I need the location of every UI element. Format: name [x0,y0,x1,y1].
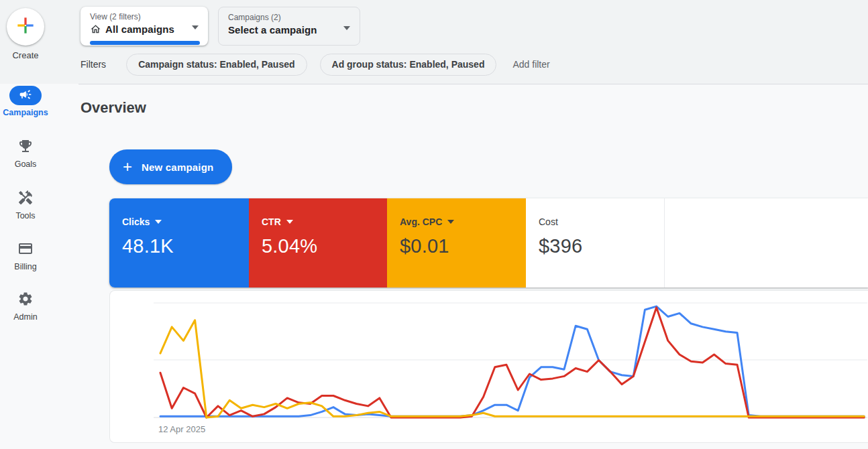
sidebar-item-goals[interactable]: Goals [0,138,51,169]
scorecard-label: Clicks [122,216,150,227]
tools-icon [17,190,34,208]
overview-chart-card: 12 Apr 2025 [109,290,868,443]
scorecard-value: $396 [539,235,664,257]
series-line-clicks [160,306,864,416]
scorecard-ctr[interactable]: CTR 5.04% [249,198,387,287]
scorecard-value: 5.04% [262,235,387,257]
view-selector-eyebrow: View (2 filters) [90,12,200,21]
scorecard-label: CTR [262,216,281,227]
home-icon [90,23,101,35]
scorecard-cost[interactable]: Cost $396 [526,198,664,287]
google-plus-icon [16,16,35,38]
active-pill [9,86,42,105]
filter-chip-campaign-status[interactable]: Campaign status: Enabled, Paused [126,54,307,76]
campaign-selector-dropdown[interactable]: Campaigns (2) Select a campaign [218,7,360,46]
sidebar-item-admin[interactable]: Admin [0,291,51,322]
series-line-ctr [160,308,864,418]
sidebar-item-label: Tools [0,211,51,220]
left-nav-rail: Create Campaigns Goals [0,0,51,449]
sidebar-item-label: Billing [0,262,51,271]
scorecard-clicks[interactable]: Clicks 48.1K [109,198,249,287]
megaphone-icon [19,88,32,104]
scorecard-value: $0.01 [400,235,526,257]
scorecard-avg-cpc[interactable]: Avg. CPC $0.01 [387,198,526,287]
scorecard-label: Avg. CPC [400,216,442,227]
series-line-avg-cpc [160,320,864,418]
sidebar-item-campaigns[interactable]: Campaigns [0,86,51,117]
header-divider [78,84,868,84]
chevron-down-icon [192,25,199,29]
chevron-down-icon [155,220,162,224]
x-axis-start-label: 12 Apr 2025 [158,424,205,434]
sidebar-item-tools[interactable]: Tools [0,190,51,220]
create-label: Create [0,50,51,60]
active-tab-underline [90,41,200,45]
scorecard-empty-slot [664,198,868,287]
sidebar-item-label: Admin [0,312,51,322]
gear-icon [17,291,34,310]
chevron-down-icon [286,220,293,224]
scorecard-strip: Clicks 48.1K CTR 5.04% Avg. CPC $0.01 Co… [109,198,868,287]
chevron-down-icon [447,220,454,224]
filters-bar: Filters Campaign status: Enabled, Paused… [80,53,550,76]
sidebar-item-label: Goals [0,159,51,169]
sidebar-item-billing[interactable]: Billing [0,241,51,271]
new-campaign-button[interactable]: + New campaign [109,149,232,184]
page-title: Overview [80,99,146,117]
scorecard-value: 48.1K [122,235,249,257]
filters-label: Filters [80,59,106,70]
timeseries-chart [110,291,867,442]
trophy-icon [17,138,34,157]
google-ads-overview-page: Create Campaigns Goals [0,0,868,449]
plus-icon: + [123,159,132,175]
create-button[interactable]: Create [0,8,51,60]
add-filter-button[interactable]: Add filter [512,59,549,70]
chevron-down-icon [343,26,350,30]
filter-chip-adgroup-status[interactable]: Ad group status: Enabled, Paused [320,54,497,76]
view-selector-dropdown[interactable]: View (2 filters) All campaigns [80,7,208,46]
campaign-selector-eyebrow: Campaigns (2) [228,13,351,22]
campaign-selector-value: Select a campaign [228,24,317,36]
scorecard-label: Cost [539,216,558,227]
sidebar-item-label: Campaigns [0,108,51,117]
credit-card-icon [17,241,34,259]
new-campaign-label: New campaign [142,162,213,173]
view-selector-value: All campaigns [105,23,174,35]
